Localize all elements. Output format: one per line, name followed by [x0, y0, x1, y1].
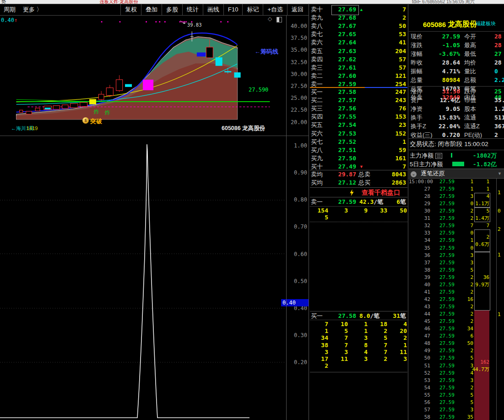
symbol-label: 605086 龙高股份 [222, 125, 265, 132]
level-volume: 76 [369, 104, 406, 113]
tick-price: 27.59 [434, 377, 455, 384]
indicator-axis-label: 0.90 [287, 169, 307, 176]
queue-number: 3 [330, 349, 348, 355]
bid-level-2[interactable]: 买二27.57243 [310, 96, 407, 104]
tick-time: 29 [409, 200, 430, 207]
bid-level-7[interactable]: 买七27.521 [310, 138, 407, 146]
level-volume: 2 [369, 14, 406, 22]
collapse-icon[interactable]: ⌄ [411, 171, 417, 177]
tick-row: 4627.5934 [409, 325, 504, 333]
ask-level-6[interactable]: 卖六27.6441 [310, 38, 407, 47]
ask-level-7[interactable]: 卖七27.6553 [310, 30, 407, 38]
scroll-up-icon[interactable]: ▲ [359, 5, 363, 14]
tick-row: 2727.591 [409, 185, 504, 193]
info-value: 9.05 [432, 104, 460, 113]
half-square-icon[interactable] [276, 17, 282, 22]
tick-price: 27.59 [434, 399, 455, 406]
corner-up-arrow: ↑ [14, 17, 17, 23]
tick-count: 2 [457, 274, 473, 281]
toolbar-button-F10[interactable]: F10 [223, 4, 242, 15]
bid-level-9[interactable]: 买九27.50161 [310, 154, 407, 163]
info-label: 均价 [464, 58, 476, 67]
level-label: 买六 [311, 130, 323, 138]
tick-count: 34 [457, 325, 473, 333]
tick-count: 2 [457, 303, 473, 311]
tick-right-col-value: 0 [498, 207, 504, 215]
tick-count: 3 [457, 362, 473, 370]
bid-level-6[interactable]: 买六27.53152 [310, 130, 407, 138]
level-volume: 59 [369, 146, 406, 154]
pane-corner-value: 0.40↑ [1, 17, 17, 23]
candle-red [206, 47, 213, 58]
tick-group-sum: 162 [472, 359, 489, 366]
toolbar-button-统计[interactable]: 统计 [182, 4, 203, 15]
tick-group-sum: 5 [472, 207, 489, 215]
toolbar-button-+自选[interactable]: +自选 [263, 4, 287, 15]
tick-time: 15:00:00 [409, 178, 430, 185]
bid-level-8[interactable]: 买八27.5159 [310, 146, 407, 154]
titlebar-left: 势 [1, 0, 6, 4]
toolbar-more[interactable]: 更多 〉 [19, 4, 46, 15]
info-label: 资产 [411, 96, 423, 104]
main-net5-bar [452, 162, 464, 166]
tick-group-amount: 9.9万 [472, 281, 489, 289]
tick-row: 3227.597 [409, 222, 504, 229]
level-volume: 23 [369, 121, 406, 129]
ask-level-4[interactable]: 卖四27.6257 [310, 55, 407, 64]
toolbar-period[interactable]: 周期 [0, 4, 19, 15]
info-value: -1.05 [432, 41, 460, 49]
bid-level-4[interactable]: 买四27.55153 [310, 113, 407, 121]
level-price: 27.50 [330, 154, 356, 163]
level-price: 27.52 [330, 138, 356, 146]
main-net-bar [451, 153, 452, 158]
dropdown-arrow-icon[interactable]: ▼ [498, 169, 502, 178]
tick-price: 27.59 [434, 333, 455, 340]
tick-row: 4527.592 [409, 318, 504, 325]
level-price: 27.53 [330, 130, 356, 138]
bid-level-1[interactable]: 买一27.58247 [310, 88, 407, 96]
candle-red [106, 88, 113, 96]
indicator-axis-label: 0.70 [287, 223, 307, 230]
toolbar-button-画线[interactable]: 画线 [203, 4, 223, 15]
main-net-icon[interactable] [435, 153, 442, 159]
tick-time: 47 [409, 333, 430, 340]
tick-time: 54 [409, 384, 430, 392]
toolbar-button-标记[interactable]: 标记 [242, 4, 263, 15]
level-volume: 243 [369, 96, 406, 104]
toolbar-button-多股[interactable]: 多股 [162, 4, 182, 15]
candle-red [116, 80, 123, 91]
info-label: 昨收 [411, 58, 423, 67]
queue-number: 18 [369, 321, 387, 327]
tick-list-header[interactable]: ⌄ 逐笔还原 ▼ [409, 169, 504, 179]
tick-price: 27.59 [434, 311, 455, 318]
thousand-depth-link[interactable]: 查看千档盘口 [362, 189, 400, 197]
tick-price: 27.59 [434, 296, 455, 303]
level-volume: 204 [369, 47, 406, 55]
ask-level-8[interactable]: 卖八27.6750 [310, 22, 407, 30]
tick-time: 57 [409, 406, 430, 414]
level-price: 27.51 [330, 146, 356, 154]
candle-red [80, 103, 87, 107]
toolbar-button-叠加[interactable]: 叠加 [141, 4, 162, 15]
diamond-icon[interactable]: ◇ [268, 16, 272, 22]
tick-group-amount: 44.7万 [472, 366, 489, 373]
level-volume: 1 [369, 138, 406, 146]
tick-time: 27 [409, 185, 430, 193]
ask-level-2[interactable]: 卖二27.60121 [310, 72, 407, 80]
board-link[interactable]: 福建板块 [476, 20, 496, 27]
indicator-axis-label: 1.00 [287, 142, 307, 149]
bid-level-5[interactable]: 买五27.5423 [310, 121, 407, 129]
tick-count: 5 [457, 399, 473, 406]
ask-level-5[interactable]: 卖五27.63204 [310, 47, 407, 55]
overlay-label-yellow: 1419 [27, 125, 38, 131]
ask-level-3[interactable]: 卖三27.6157 [310, 64, 407, 72]
level-price: 27.58 [330, 88, 356, 96]
tick-count: 2 [457, 215, 473, 222]
tick-sum: 1 [472, 178, 489, 185]
chip-line-label: ←筹码线 [255, 48, 278, 56]
tick-time: 41 [409, 289, 430, 296]
toolbar-button-复权[interactable]: 复权 [120, 4, 141, 15]
bid-level-3[interactable]: 买三27.5676 [310, 104, 407, 113]
tick-time: 51 [409, 362, 430, 370]
queue-number: 2 [389, 334, 407, 341]
